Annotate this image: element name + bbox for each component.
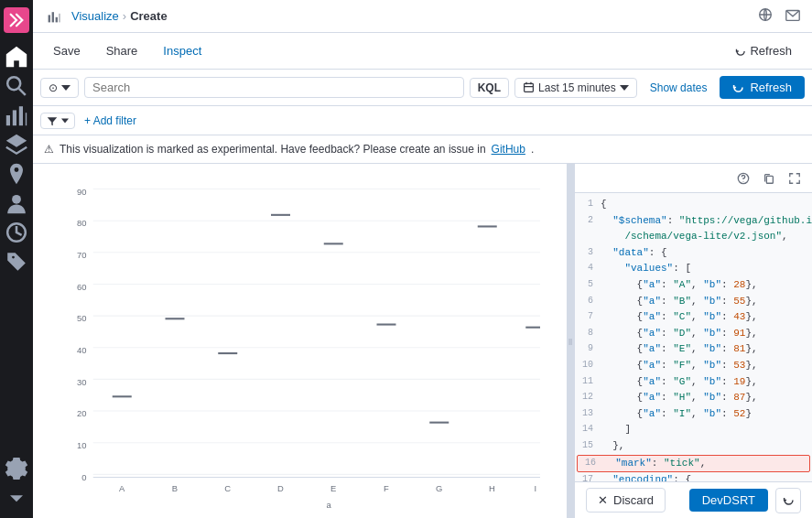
index-name: ⊙ [49, 81, 58, 94]
github-link[interactable]: GitHub [492, 143, 525, 156]
sidebar-logo[interactable] [4, 7, 29, 33]
filter-icon [47, 115, 58, 126]
code-line-13: 13 {"a": "I", "b": 52} [575, 406, 812, 423]
svg-rect-9 [52, 12, 54, 22]
add-filter-button[interactable]: + Add filter [81, 113, 140, 129]
svg-rect-3 [13, 110, 16, 125]
time-range-label: Last 15 minutes [538, 81, 616, 94]
filter-options-button[interactable] [40, 113, 75, 129]
warning-banner: ⚠ This visualization is marked as experi… [33, 135, 812, 164]
code-line-15: 15 }, [575, 438, 812, 455]
refresh-bottom-button[interactable] [775, 488, 801, 513]
code-line-12: 12 {"a": "H", "b": 87}, [575, 390, 812, 406]
share-button[interactable]: Share [97, 40, 147, 61]
logo-icon [8, 12, 25, 28]
toolbar: Save Share Inspect Refresh [33, 33, 812, 70]
discard-button[interactable]: ✕ Discard [586, 488, 666, 513]
sidebar-item-home[interactable] [4, 44, 29, 70]
code-line-16: 16 "mark": "tick", [577, 455, 810, 473]
editor-code[interactable]: 1 { 2 "$schema": "https://vega/github.io… [575, 193, 812, 481]
svg-text:C: C [224, 483, 231, 493]
kql-button[interactable]: KQL [470, 78, 509, 98]
refresh-bottom-icon [783, 494, 795, 506]
refresh-button[interactable]: Refresh [720, 76, 805, 99]
sidebar-item-map[interactable] [4, 161, 29, 187]
svg-rect-11 [60, 13, 60, 22]
svg-rect-2 [6, 115, 10, 125]
svg-text:H: H [489, 483, 495, 493]
code-line-4: 4 "values": [ [575, 261, 812, 277]
filter-chevron-icon [61, 117, 69, 124]
code-line-14: 14 ] [575, 422, 812, 438]
time-picker[interactable]: Last 15 minutes [514, 78, 637, 98]
svg-text:90: 90 [77, 187, 87, 197]
save-button[interactable]: Save [44, 40, 90, 61]
svg-point-0 [7, 77, 20, 90]
bottom-bar: ✕ Discard DevDSRT [575, 481, 812, 518]
svg-text:70: 70 [77, 250, 87, 260]
copy-icon[interactable] [759, 168, 779, 189]
code-line-10: 10 {"a": "F", "b": 53}, [575, 358, 812, 374]
search-input[interactable] [92, 81, 456, 94]
code-line-3: 3 "data": { [575, 245, 812, 262]
main-content: Visualize › Create Save Share Inspect [33, 0, 812, 518]
breadcrumb-visualize[interactable]: Visualize [71, 9, 119, 23]
sidebar-item-analytics[interactable] [4, 103, 29, 128]
resize-handle[interactable] [567, 164, 574, 518]
svg-text:G: G [436, 483, 442, 493]
mail-icon[interactable] [785, 6, 801, 26]
refresh-sm-label: Refresh [750, 44, 792, 58]
clock-icon [4, 220, 29, 245]
show-dates-button[interactable]: Show dates [643, 79, 715, 97]
gear-icon [4, 456, 29, 481]
breadcrumb-separator: › [123, 9, 126, 23]
svg-text:0: 0 [81, 472, 86, 482]
svg-rect-5 [26, 113, 27, 125]
svg-text:A: A [119, 483, 125, 493]
visualize-icon [44, 6, 64, 27]
sidebar-item-layers[interactable] [4, 132, 29, 157]
warning-text: This visualization is marked as experime… [60, 143, 486, 156]
sidebar-item-down-arrow[interactable] [4, 485, 29, 511]
analytics-icon [4, 103, 29, 128]
warning-suffix: . [531, 143, 534, 156]
svg-text:B: B [172, 483, 178, 493]
code-line-11: 11 {"a": "G", "b": 19}, [575, 374, 812, 391]
sidebar-item-search[interactable] [4, 73, 29, 99]
sidebar [0, 0, 33, 518]
chevron-down-icon [4, 485, 29, 511]
map-icon [4, 161, 29, 187]
code-line-7: 7 {"a": "C", "b": 43}, [575, 309, 812, 326]
chart-icon [47, 9, 61, 24]
home-icon [4, 44, 29, 70]
svg-text:20: 20 [77, 408, 87, 418]
search-input-wrap[interactable] [84, 77, 464, 98]
svg-rect-14 [525, 83, 534, 92]
sidebar-item-person[interactable] [4, 190, 29, 216]
sidebar-item-tag[interactable] [4, 249, 29, 275]
expand-icon[interactable] [785, 168, 805, 189]
search-bar: ⊙ KQL Last 15 minutes Show dates Refresh [33, 70, 812, 106]
top-bar: Visualize › Create [33, 0, 812, 33]
save-bottom-button[interactable]: DevDSRT [689, 489, 768, 512]
code-line-2: 2 "$schema": "https://vega/github.io [575, 213, 812, 230]
person-icon [4, 190, 29, 216]
svg-text:80: 80 [77, 218, 87, 228]
svg-text:10: 10 [77, 440, 87, 450]
refresh-sm-icon [735, 46, 746, 57]
breadcrumb: Visualize › Create [71, 9, 168, 23]
svg-rect-10 [56, 16, 58, 22]
svg-text:D: D [277, 483, 284, 493]
refresh-icon [732, 81, 744, 93]
help-icon[interactable] [733, 168, 753, 189]
refresh-sm-button[interactable]: Refresh [726, 40, 801, 61]
search-icon [4, 73, 29, 99]
index-selector[interactable]: ⊙ [40, 78, 79, 98]
svg-line-1 [19, 89, 26, 95]
globe-icon[interactable] [757, 6, 774, 26]
sidebar-item-history[interactable] [4, 220, 29, 245]
code-line-9: 9 {"a": "E", "b": 81}, [575, 341, 812, 358]
editor-toolbar [575, 164, 812, 193]
inspect-button[interactable]: Inspect [154, 40, 211, 61]
sidebar-item-settings[interactable] [4, 456, 29, 481]
